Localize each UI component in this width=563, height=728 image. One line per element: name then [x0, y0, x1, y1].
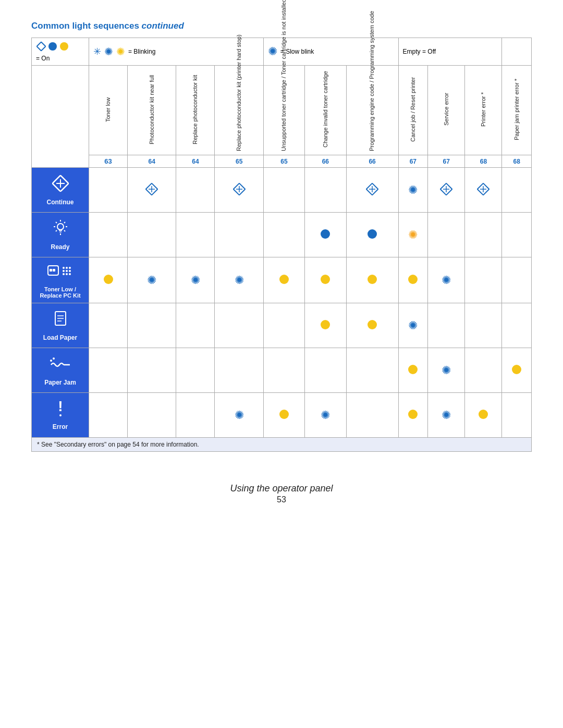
toner-low-col2: ✺: [128, 257, 176, 303]
svg-rect-31: [50, 269, 52, 272]
title-text: Common light sequences: [31, 21, 139, 31]
continue-unsupported: [263, 168, 304, 213]
load-paper-col2: [128, 303, 176, 348]
label-load-paper: Load Paper: [32, 303, 89, 348]
paper-jam-col11: [502, 348, 532, 393]
yellow-dot-icon: [60, 42, 68, 51]
yellow-dot7: [368, 320, 377, 329]
row-load-paper: Load Paper ✺: [32, 303, 532, 348]
error-col8: [398, 393, 427, 438]
yellow-dot3: [321, 275, 330, 284]
page-num-unsupported-toner: 65: [263, 155, 304, 168]
page-num-toner-low: 63: [89, 155, 128, 168]
diamond-outline-icon: [145, 183, 158, 195]
error-col11: [502, 393, 532, 438]
ready-replace-photo-hard: [215, 213, 263, 257]
continue-programming: [346, 168, 398, 213]
continue-photo-near-full: [128, 168, 176, 213]
ready-toner-low: [89, 213, 128, 257]
page-num-paper-jam-error: 68: [502, 155, 532, 168]
error-icon: !: [35, 400, 85, 421]
toner-low-col8: [398, 257, 427, 303]
load-paper-col4: [215, 303, 263, 348]
ready-cancel-job: ✺: [398, 213, 427, 257]
error-col4: ✺: [215, 393, 263, 438]
toner-low-col9: ✺: [428, 257, 465, 303]
svg-point-33: [63, 267, 65, 269]
col-header-toner-low: Toner low: [89, 66, 128, 155]
ready-programming: [346, 213, 398, 257]
diamond-icon: [36, 41, 46, 52]
svg-point-38: [69, 270, 71, 272]
label-paper-jam: Paper Jam: [32, 348, 89, 393]
printer-condition-header: Printer condition: [32, 66, 89, 168]
paper-jam-col7: [346, 348, 398, 393]
error-col1: [89, 393, 128, 438]
legend-empty-label: Empty = Off: [403, 48, 436, 55]
continue-icon: [35, 174, 85, 196]
footer-row: * See "Secondary errors" on page 54 for …: [32, 438, 532, 452]
yellow-dot10: [279, 410, 289, 419]
load-paper-col5: [263, 303, 304, 348]
yellow-dot8: [408, 365, 418, 374]
continue-toner-low: [89, 168, 128, 213]
row-ready: Ready ✺: [32, 213, 532, 257]
toner-low-col1: [89, 257, 128, 303]
blink-sun2: ✺: [104, 45, 113, 58]
error-col9: ✺: [428, 393, 465, 438]
col-header-paper-jam-error: Paper jam printer error *: [502, 66, 532, 155]
continue-replace-photo: [176, 168, 215, 213]
svg-point-34: [66, 267, 68, 269]
toner-low-col10: [465, 257, 502, 303]
svg-point-50: [59, 414, 62, 416]
continue-printer-error: [465, 168, 502, 213]
paper-jam-col5: [263, 348, 304, 393]
sun-blink8: ✺: [235, 409, 244, 422]
svg-point-19: [57, 224, 64, 230]
ready-icon: [35, 219, 85, 241]
yellow-dot11: [408, 410, 418, 419]
paper-jam-col2: [128, 348, 176, 393]
page-num-programming-engine: 66: [346, 155, 398, 168]
paper-jam-col1: [89, 348, 128, 393]
ready-photo-near-full: [128, 213, 176, 257]
svg-rect-0: [37, 42, 46, 51]
error-col10: [465, 393, 502, 438]
svg-line-26: [56, 230, 57, 231]
bottom-section: Using the operator panel 53: [31, 483, 532, 504]
load-paper-col3: [176, 303, 215, 348]
row-toner-low: Toner Low / Replace PC Kit ✺ ✺ ✺: [32, 257, 532, 303]
load-paper-icon: [35, 310, 85, 332]
ready-service-error: [428, 213, 465, 257]
diamond-outline-icon3: [366, 183, 378, 195]
sun-blink3: ✺: [191, 274, 200, 287]
svg-point-35: [69, 267, 71, 269]
bottom-title: Using the operator panel: [31, 483, 532, 494]
toner-low-col4: ✺: [215, 257, 263, 303]
label-toner-low: Toner Low / Replace PC Kit: [32, 257, 89, 303]
toner-low-col5: [263, 257, 304, 303]
legend-on-label: = On: [36, 55, 50, 62]
paper-jam-col10: [465, 348, 502, 393]
ready-printer-error: [465, 213, 502, 257]
continue-change-invalid: [305, 168, 346, 213]
toner-low-icon: [35, 262, 85, 284]
row-continue: Continue: [32, 168, 532, 213]
legend-empty-cell: Empty = Off: [398, 38, 502, 66]
error-col5: [263, 393, 304, 438]
paper-jam-col8: [398, 348, 427, 393]
col-header-row: Printer condition Toner low Photoconduct…: [32, 66, 532, 155]
page-num-change-invalid: 66: [305, 155, 346, 168]
error-col2: [128, 393, 176, 438]
svg-point-40: [66, 273, 68, 275]
row-paper-jam: Paper Jam ✺: [32, 348, 532, 393]
toner-low-col3: ✺: [176, 257, 215, 303]
legend-blinking-label: = Blinking: [128, 48, 155, 55]
diamond-outline-icon4: [440, 183, 452, 195]
page-content: Common light sequences continued: [31, 21, 532, 452]
col-header-cancel-job: Cancel job / Reset printer: [398, 66, 427, 155]
page-num-printer-error: 68: [465, 155, 502, 168]
col-header-printer-error: Printer error *: [465, 66, 502, 155]
row-error: ! Error ✺ ✺: [32, 393, 532, 438]
yellow-dot9: [512, 365, 521, 374]
